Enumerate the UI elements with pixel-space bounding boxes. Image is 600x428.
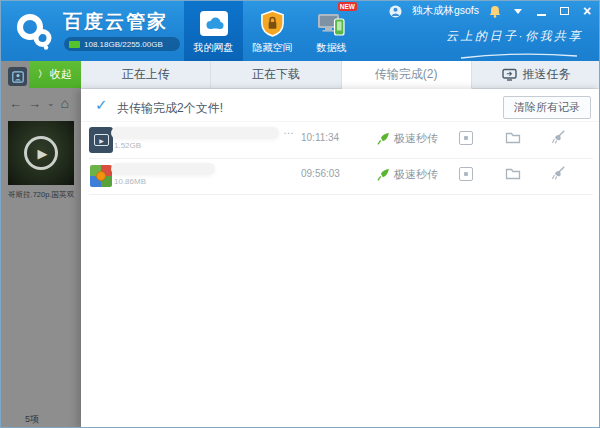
redacted-filename	[111, 163, 215, 175]
close-button[interactable]: ×	[580, 4, 594, 18]
forward-button[interactable]: →	[28, 96, 41, 111]
new-badge: NEW	[338, 2, 357, 11]
baidu-cloud-manager-window: 百度云管家 108.18GB/2255.00GB	[0, 0, 600, 428]
item-count: 5项	[25, 413, 39, 426]
slogan-text: 云上的日子·你我共享	[403, 28, 583, 45]
file-size: 1.52GB	[114, 141, 141, 150]
minimize-button[interactable]	[534, 4, 548, 18]
transfer-mode: 极速秒传	[377, 167, 438, 182]
nav-arrows: ← → ⌄ ⌂	[9, 95, 69, 111]
transfer-time: 10:11:34	[301, 132, 339, 143]
redacted-filename	[111, 127, 279, 139]
filename-ellipsis: …	[283, 124, 294, 136]
open-folder-button[interactable]	[505, 131, 521, 144]
video-caption: 哥斯拉.720p.国英双	[1, 190, 81, 200]
nav-data-line-label: 数据线	[317, 41, 347, 55]
image-file-icon	[90, 165, 112, 187]
baidu-cloud-logo-icon	[13, 9, 57, 57]
nav-my-drive[interactable]: 我的网盘	[184, 1, 243, 61]
share-rail-icon	[8, 67, 27, 86]
avatar[interactable]	[389, 4, 403, 18]
chevron-right-icon: 〉	[38, 68, 47, 81]
file-size: 10.86MB	[114, 177, 146, 186]
bell-icon[interactable]	[488, 4, 502, 18]
open-file-button[interactable]	[459, 131, 473, 145]
shield-lock-icon	[260, 8, 285, 39]
nav-data-line[interactable]: NEW 数据线	[302, 1, 361, 61]
cloud-drive-icon	[199, 8, 229, 39]
transfer-mode: 极速秒传	[377, 131, 438, 146]
monitor-phone-icon	[317, 8, 346, 39]
tab-downloading[interactable]: 正在下载	[211, 61, 341, 89]
delete-record-button[interactable]	[551, 130, 565, 144]
nav-hidden-space[interactable]: 隐藏空间	[243, 1, 302, 61]
table-row[interactable]: ▶ 1.52GB … 10:11:34 极速秒传	[81, 123, 600, 159]
nav-my-drive-label: 我的网盘	[194, 41, 234, 55]
rocket-icon	[377, 132, 390, 145]
home-icon[interactable]: ⌂	[61, 95, 69, 111]
nav-hidden-space-label: 隐藏空间	[253, 41, 293, 55]
file-manager-sidebar: ← → ⌄ ⌂ ▶ 哥斯拉.720p.国英双 5项	[1, 61, 81, 428]
storage-text: 108.18GB/2255.00GB	[84, 40, 163, 49]
summary-text: 共传输完成2个文件!	[117, 100, 223, 117]
check-icon: ✓	[95, 96, 108, 114]
window-controls-row: 独木成林gsofs ×	[389, 4, 594, 18]
tab-completed[interactable]: 传输完成(2)	[342, 61, 472, 89]
storage-progress-bar	[69, 41, 80, 48]
open-folder-button[interactable]	[505, 167, 521, 180]
maximize-button[interactable]	[557, 4, 571, 18]
tab-uploading[interactable]: 正在上传	[81, 61, 211, 89]
history-caret-icon[interactable]: ⌄	[47, 98, 55, 108]
delete-record-button[interactable]	[551, 166, 565, 180]
video-file-icon: ▶	[89, 127, 113, 153]
rocket-icon	[377, 168, 390, 181]
tab-push-tasks[interactable]: 推送任务	[472, 61, 600, 89]
storage-indicator: 108.18GB/2255.00GB	[64, 37, 180, 51]
play-icon: ▶	[24, 136, 58, 170]
username[interactable]: 独木成林gsofs	[412, 4, 479, 18]
clear-records-button[interactable]: 清除所有记录	[503, 96, 591, 119]
transfer-tabs: 正在上传 正在下载 传输完成(2) 推送任务	[81, 61, 600, 89]
transfer-complete-panel: ✓ 共传输完成2个文件! 清除所有记录 ▶ 1.52GB … 10:11:34 …	[81, 89, 600, 428]
title-bar: 百度云管家 108.18GB/2255.00GB	[1, 1, 600, 61]
back-button[interactable]: ←	[9, 96, 22, 111]
open-file-button[interactable]	[459, 167, 473, 181]
divider	[81, 121, 600, 122]
video-thumbnail[interactable]: ▶	[8, 121, 74, 185]
collapse-panel-button[interactable]: 〉 收起	[29, 61, 81, 88]
transfer-time: 09:56:03	[301, 168, 340, 179]
header-nav: 我的网盘 隐藏空间 NEW	[184, 1, 361, 61]
divider	[89, 194, 593, 195]
app-title: 百度云管家	[63, 9, 168, 35]
push-monitor-icon	[502, 68, 517, 81]
dropdown-menu-icon[interactable]	[511, 4, 525, 18]
table-row[interactable]: 10.86MB 09:56:03 极速秒传	[81, 159, 600, 195]
